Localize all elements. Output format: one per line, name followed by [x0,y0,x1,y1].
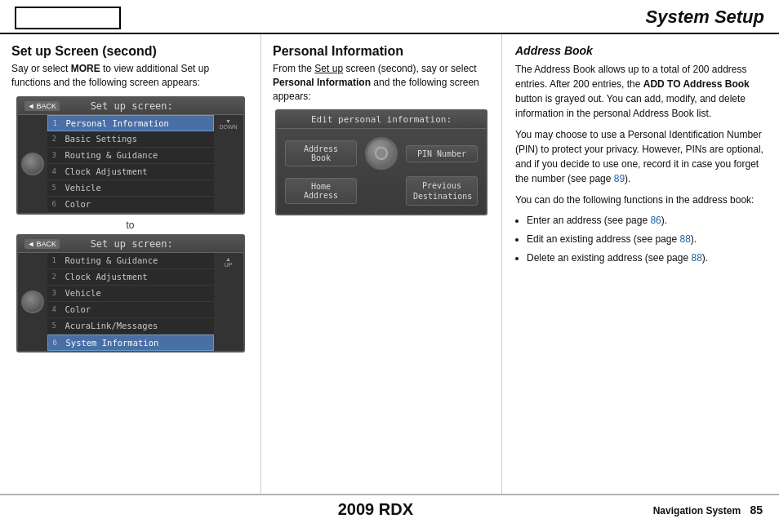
left-column: Set up Screen (second) Say or select MOR… [0,34,261,494]
mid-heading: Personal Information [273,44,490,59]
back-arrow-icon: ◄ [28,102,35,110]
address-book-para2: You may choose to use a Personal Identif… [515,127,766,186]
home-address-button[interactable]: Home Address [285,178,357,204]
screen2-list: 1Routing & Guidance 2Clock Adjustment 3V… [47,253,214,351]
pi-screen-header: Edit personal information: [277,111,486,129]
pi-dial-inner [375,147,388,160]
list-item[interactable]: 4Color [47,302,214,318]
list-item[interactable]: 4Clock Adjustment [47,164,214,180]
top-bar: System Setup [0,0,779,34]
list-item[interactable]: 2Clock Adjustment [47,269,214,286]
pin-number-button[interactable]: PIN Number [406,145,478,162]
more-bold: MORE [71,63,100,74]
personal-info-screen: Edit personal information: Address Book … [275,109,487,215]
back-button-1[interactable]: ◄ BACK [24,101,60,111]
list-item[interactable]: 6System Information [47,335,214,351]
setup-screen-2: ◄ BACK Set up screen: 1Routing & Guidanc… [16,234,245,352]
bullet-3: Delete an existing address (see page 88)… [527,251,766,265]
dial-knob-2 [21,290,44,313]
address-book-button[interactable]: Address Book [285,140,357,166]
pi-row-top: Address Book PIN Number [285,137,478,170]
logo-box [15,7,121,29]
list-item[interactable]: 6Color [47,197,214,213]
setup-screen-1: ◄ BACK Set up screen: 1Personal Informat… [16,96,245,215]
screen1-dial-right: ▼DOWN [214,115,243,213]
add-to-bold: ADD TO Address Book [643,78,750,90]
footer: 2009 RDX Navigation System 85 [0,494,779,524]
screen1-list: 1Personal Information 2Basic Settings 3R… [47,115,214,213]
screen2-title: Set up screen: [60,238,204,250]
list-item[interactable]: 5AcuraLink/Messages [47,318,214,335]
page-number: 85 [750,503,763,516]
previous-destinations-button[interactable]: PreviousDestinations [406,176,478,206]
page-link-88a: 88 [679,233,690,245]
screen1-header: ◄ BACK Set up screen: [18,98,243,115]
pi-screen-body: Address Book PIN Number Home Address Pre… [277,129,486,214]
list-item[interactable]: 1Routing & Guidance [47,253,214,269]
left-heading: Set up Screen (second) [11,44,249,59]
personal-info-bold: Personal Information [273,77,371,88]
bullet-1: Enter an address (see page 86). [527,214,766,228]
page-title: System Setup [646,7,765,28]
setup-underline: Set up [314,63,343,74]
screen1-body: 1Personal Information 2Basic Settings 3R… [18,115,243,213]
nav-system-label: Navigation System [653,505,741,516]
address-book-para1: The Address Book allows up to a total of… [515,62,766,121]
back-button-2[interactable]: ◄ BACK [24,239,60,249]
list-item[interactable]: 3Vehicle [47,286,214,302]
right-column: Address Book The Address Book allows up … [502,34,779,494]
back-arrow-icon-2: ◄ [28,240,35,248]
pi-row-bottom: Home Address PreviousDestinations [285,176,478,206]
screen1-title: Set up screen: [60,100,204,112]
pi-dial-knob [365,137,398,170]
screen2-body: 1Routing & Guidance 2Clock Adjustment 3V… [18,253,243,351]
dial-knob-1 [21,153,44,175]
list-item[interactable]: 3Routing & Guidance [47,148,214,164]
screen2-dial-right: ▲UP [214,253,243,351]
address-book-list: Enter an address (see page 86). Edit an … [527,214,766,264]
page-link-88b: 88 [691,252,701,264]
main-content: Set up Screen (second) Say or select MOR… [0,34,779,494]
screen1-dial-left [18,115,47,213]
mid-column: Personal Information From the Set up scr… [261,34,502,494]
car-model: 2009 RDX [98,500,653,519]
screen2-header: ◄ BACK Set up screen: [18,236,243,253]
bullet-2: Edit an existing address (see page 88). [527,233,766,246]
list-item[interactable]: 2Basic Settings [47,131,214,148]
list-item[interactable]: 1Personal Information [47,115,214,131]
to-label: to [11,219,249,231]
page-link-89: 89 [614,173,625,184]
list-item[interactable]: 5Vehicle [47,180,214,197]
left-para: Say or select MORE to view additional Se… [11,62,249,90]
address-book-para3: You can do the following functions in th… [515,193,766,207]
screen2-dial-left [18,253,47,351]
footer-right: Navigation System 85 [653,503,763,516]
page-link-86: 86 [650,215,661,226]
address-book-heading: Address Book [515,44,766,57]
mid-para: From the Set up screen (second), say or … [273,62,490,103]
